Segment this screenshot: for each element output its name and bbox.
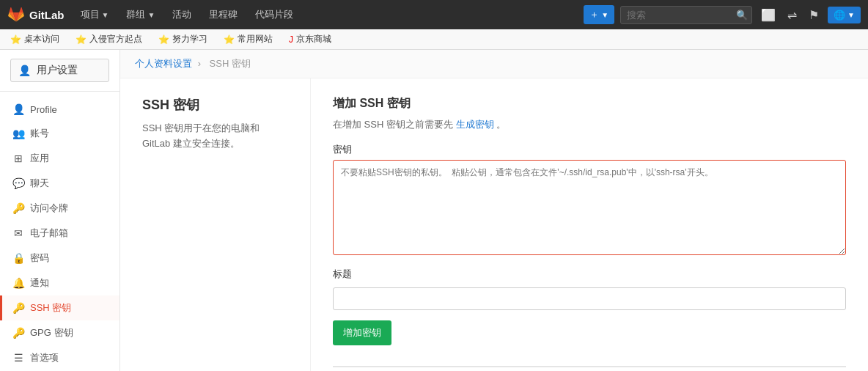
key-field-group: 密钥 <box>333 143 846 257</box>
ssh-key-icon: 🔑 <box>12 302 24 314</box>
add-ssh-title: 增加 SSH 密钥 <box>333 96 846 111</box>
sidebar-item-notifications[interactable]: 🔔 通知 <box>0 271 119 295</box>
gpg-key-icon: 🔑 <box>12 327 24 339</box>
sidebar-item-chat[interactable]: 💬 聊天 <box>0 171 119 196</box>
breadcrumb-parent[interactable]: 个人资料设置 <box>135 58 192 69</box>
nav-activity[interactable]: 活动 <box>166 5 197 24</box>
user-settings-button[interactable]: 👤 用户设置 <box>10 59 109 82</box>
sidebar-header: 👤 用户设置 <box>0 50 119 92</box>
chat-icon: 💬 <box>12 177 24 189</box>
plus-button[interactable]: ＋ ▼ <box>584 5 614 24</box>
search-input[interactable] <box>620 6 752 24</box>
issues-icon[interactable]: ⚑ <box>806 5 822 25</box>
token-icon: 🔑 <box>12 202 24 214</box>
add-key-button[interactable]: 增加密钥 <box>333 320 391 345</box>
ssh-keys-list-section: 您的 SSH 密钥 (1) 🔑 huningfei@p2peye.com 3a:… <box>333 366 846 371</box>
brand-logo[interactable]: GitLab <box>7 6 65 23</box>
bookmarks-bar: ⭐ 桌本访问 ⭐ 入侵官方起点 ⭐ 努力学习 ⭐ 常用网站 J 京东商城 <box>0 29 868 50</box>
chevron-down-icon: ▼ <box>147 11 155 19</box>
brand-label: GitLab <box>29 9 65 21</box>
merge-request-icon[interactable]: ⇌ <box>784 5 800 25</box>
sidebar-item-password[interactable]: 🔒 密码 <box>0 246 119 271</box>
key-label: 密钥 <box>333 143 846 156</box>
password-icon: 🔒 <box>12 252 24 264</box>
nav-milestones[interactable]: 里程碑 <box>203 5 243 24</box>
page-description: SSH 密钥用于在您的电脑和 GitLab 建立安全连接。 <box>142 121 288 152</box>
sidebar-item-applications[interactable]: ⊞ 应用 <box>0 146 119 171</box>
title-field-group: 标题 <box>333 268 846 310</box>
nav-snippets[interactable]: 代码片段 <box>249 5 299 24</box>
plus-icon: ＋ <box>589 8 599 21</box>
bookmark-4[interactable]: ⭐ 常用网站 <box>219 32 277 47</box>
sidebar-item-email[interactable]: ✉ 电子邮箱 <box>0 221 119 246</box>
breadcrumb-separator: › <box>198 58 201 69</box>
nav-groups[interactable]: 群组 ▼ <box>120 5 161 24</box>
account-icon: 👥 <box>12 128 24 139</box>
sidebar-item-account[interactable]: 👥 账号 <box>0 121 119 146</box>
top-nav-right: ＋ ▼ 🔍 ⬜ ⇌ ⚑ 🌐 ▼ <box>584 5 861 25</box>
breadcrumb: 个人资料设置 › SSH 密钥 <box>120 50 868 78</box>
top-navbar: GitLab 项目 ▼ 群组 ▼ 活动 里程碑 代码片段 ＋ ▼ 🔍 ⬜ ⇌ ⚑… <box>0 0 868 29</box>
breadcrumb-current: SSH 密钥 <box>210 58 251 69</box>
nav-projects[interactable]: 项目 ▼ <box>75 5 115 24</box>
chevron-down-icon: ▼ <box>601 11 608 19</box>
add-ssh-section: 增加 SSH 密钥 在增加 SSH 密钥之前需要先 生成密钥 。 密钥 标题 <box>333 96 846 345</box>
search-icon: 🔍 <box>736 10 748 21</box>
globe-icon: 🌐 <box>834 10 845 21</box>
sidebar-item-access-tokens[interactable]: 🔑 访问令牌 <box>0 196 119 221</box>
page-title: SSH 密钥 <box>142 96 288 114</box>
content-right-panel: 增加 SSH 密钥 在增加 SSH 密钥之前需要先 生成密钥 。 密钥 标题 <box>311 78 868 371</box>
chevron-down-icon: ▼ <box>102 11 109 19</box>
user-icon: 👤 <box>18 65 31 76</box>
monitor-icon[interactable]: ⬜ <box>758 5 779 25</box>
chevron-down-icon: ▼ <box>847 11 855 19</box>
preferences-icon: ☰ <box>12 352 24 364</box>
bookmark-3[interactable]: ⭐ 努力学习 <box>154 32 212 47</box>
sidebar-item-gpg-keys[interactable]: 🔑 GPG 密钥 <box>0 320 119 345</box>
user-menu-button[interactable]: 🌐 ▼ <box>828 7 861 23</box>
sidebar-item-preferences[interactable]: ☰ 首选项 <box>0 345 119 370</box>
bookmark-1[interactable]: ⭐ 桌本访问 <box>6 32 64 47</box>
sidebar-nav: 👤 Profile 👥 账号 ⊞ 应用 💬 聊天 🔑 访问令牌 ✉ 电子邮箱 <box>0 92 119 371</box>
applications-icon: ⊞ <box>12 153 24 164</box>
notification-icon: 🔔 <box>12 277 24 289</box>
title-input[interactable] <box>333 287 846 310</box>
sidebar-item-ssh-keys[interactable]: 🔑 SSH 密钥 <box>0 295 119 320</box>
key-textarea[interactable] <box>333 160 846 255</box>
main-content: 个人资料设置 › SSH 密钥 SSH 密钥 SSH 密钥用于在您的电脑和 Gi… <box>120 50 868 371</box>
sidebar: 👤 用户设置 👤 Profile 👥 账号 ⊞ 应用 💬 聊天 🔑 <box>0 50 120 371</box>
bookmark-2[interactable]: ⭐ 入侵官方起点 <box>71 32 147 47</box>
title-label: 标题 <box>333 268 846 281</box>
generate-key-link[interactable]: 生成密钥 <box>456 119 494 130</box>
search-wrapper: 🔍 <box>620 6 752 24</box>
add-ssh-description: 在增加 SSH 密钥之前需要先 生成密钥 。 <box>333 117 846 133</box>
content-body: SSH 密钥 SSH 密钥用于在您的电脑和 GitLab 建立安全连接。 增加 … <box>120 78 868 371</box>
content-left-panel: SSH 密钥 SSH 密钥用于在您的电脑和 GitLab 建立安全连接。 <box>120 78 311 371</box>
sidebar-item-profile[interactable]: 👤 Profile <box>0 98 119 121</box>
app-container: 👤 用户设置 👤 Profile 👥 账号 ⊞ 应用 💬 聊天 🔑 <box>0 50 868 371</box>
bookmark-5[interactable]: J 京东商城 <box>284 32 336 47</box>
email-icon: ✉ <box>12 227 24 239</box>
profile-icon: 👤 <box>12 103 24 115</box>
